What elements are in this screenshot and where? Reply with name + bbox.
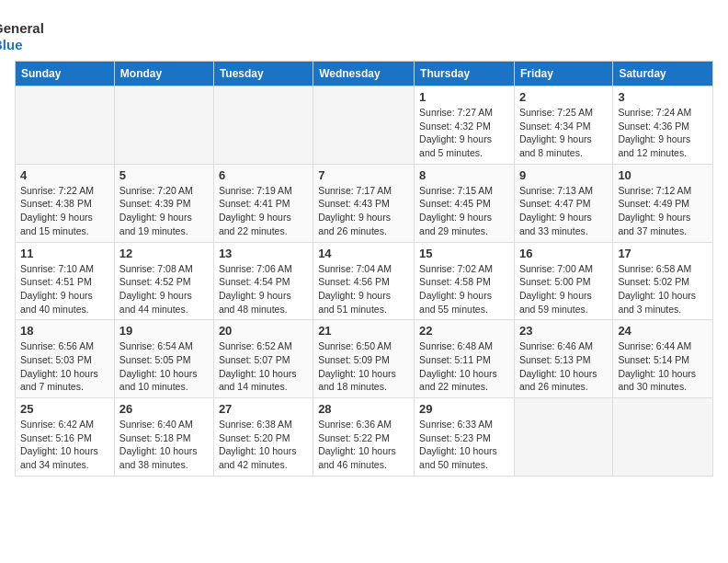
day-info: Sunrise: 7:22 AM Sunset: 4:38 PM Dayligh… [20, 184, 109, 238]
day-number: 13 [219, 247, 308, 260]
day-info: Sunrise: 6:54 AM Sunset: 5:05 PM Dayligh… [119, 339, 209, 394]
calendar-cell: 4Sunrise: 7:22 AM Sunset: 4:38 PM Daylig… [16, 164, 115, 242]
day-info: Sunrise: 7:25 AM Sunset: 4:34 PM Dayligh… [519, 106, 608, 160]
calendar-table: SundayMondayTuesdayWednesdayThursdayFrid… [15, 61, 713, 477]
day-info: Sunrise: 7:24 AM Sunset: 4:36 PM Dayligh… [618, 106, 708, 160]
day-info: Sunrise: 6:33 AM Sunset: 5:23 PM Dayligh… [419, 418, 509, 472]
day-number: 16 [519, 247, 608, 260]
logo-line2: Blue [0, 37, 44, 53]
calendar-cell [16, 86, 115, 165]
day-info: Sunrise: 6:36 AM Sunset: 5:22 PM Dayligh… [318, 418, 409, 472]
calendar-cell: 20Sunrise: 6:52 AM Sunset: 5:07 PM Dayli… [213, 320, 313, 398]
day-number: 4 [20, 168, 109, 182]
calendar-cell [613, 398, 713, 477]
calendar-cell: 16Sunrise: 7:00 AM Sunset: 5:00 PM Dayli… [514, 242, 612, 320]
day-number: 10 [618, 168, 708, 182]
calendar-cell: 11Sunrise: 7:10 AM Sunset: 4:51 PM Dayli… [16, 242, 115, 320]
day-number: 7 [318, 168, 409, 182]
day-number: 20 [219, 324, 308, 338]
calendar-cell: 22Sunrise: 6:48 AM Sunset: 5:11 PM Dayli… [415, 320, 515, 398]
day-number: 18 [20, 324, 109, 338]
calendar-cell: 25Sunrise: 6:42 AM Sunset: 5:16 PM Dayli… [16, 398, 115, 477]
day-number: 12 [119, 247, 209, 260]
day-info: Sunrise: 6:40 AM Sunset: 5:18 PM Dayligh… [119, 418, 209, 472]
day-info: Sunrise: 7:12 AM Sunset: 4:49 PM Dayligh… [618, 184, 708, 238]
calendar-header-row: SundayMondayTuesdayWednesdayThursdayFrid… [16, 62, 713, 86]
calendar-cell: 6Sunrise: 7:19 AM Sunset: 4:41 PM Daylig… [213, 164, 313, 242]
day-info: Sunrise: 6:42 AM Sunset: 5:16 PM Dayligh… [20, 418, 109, 472]
calendar-cell: 1Sunrise: 7:27 AM Sunset: 4:32 PM Daylig… [415, 86, 515, 165]
calendar-cell [514, 398, 612, 477]
day-info: Sunrise: 6:48 AM Sunset: 5:11 PM Dayligh… [419, 339, 509, 394]
calendar-week-2: 4Sunrise: 7:22 AM Sunset: 4:38 PM Daylig… [16, 164, 713, 242]
day-number: 23 [519, 324, 608, 338]
day-number: 26 [119, 402, 209, 416]
calendar-cell: 7Sunrise: 7:17 AM Sunset: 4:43 PM Daylig… [313, 164, 415, 242]
day-info: Sunrise: 7:19 AM Sunset: 4:41 PM Dayligh… [219, 184, 308, 238]
day-number: 21 [318, 324, 409, 338]
day-number: 19 [119, 324, 209, 338]
calendar-cell: 8Sunrise: 7:15 AM Sunset: 4:45 PM Daylig… [415, 164, 515, 242]
day-info: Sunrise: 7:15 AM Sunset: 4:45 PM Dayligh… [419, 184, 509, 238]
calendar-cell [213, 86, 313, 165]
day-info: Sunrise: 7:13 AM Sunset: 4:47 PM Dayligh… [519, 184, 608, 238]
day-number: 11 [20, 247, 109, 260]
day-info: Sunrise: 6:56 AM Sunset: 5:03 PM Dayligh… [20, 339, 109, 394]
day-number: 1 [419, 90, 509, 104]
column-header-saturday: Saturday [613, 62, 713, 86]
calendar-cell: 13Sunrise: 7:06 AM Sunset: 4:54 PM Dayli… [213, 242, 313, 320]
day-number: 3 [618, 90, 708, 104]
calendar-cell: 24Sunrise: 6:44 AM Sunset: 5:14 PM Dayli… [613, 320, 713, 398]
day-number: 17 [618, 247, 708, 260]
logo-line1: General [0, 20, 44, 37]
calendar-cell: 27Sunrise: 6:38 AM Sunset: 5:20 PM Dayli… [213, 398, 313, 477]
day-number: 22 [419, 324, 509, 338]
day-number: 6 [219, 168, 308, 182]
day-number: 8 [419, 168, 509, 182]
day-number: 28 [318, 402, 409, 416]
day-info: Sunrise: 6:50 AM Sunset: 5:09 PM Dayligh… [318, 339, 409, 394]
day-number: 29 [419, 402, 509, 416]
day-info: Sunrise: 7:08 AM Sunset: 4:52 PM Dayligh… [119, 262, 209, 316]
calendar-week-5: 25Sunrise: 6:42 AM Sunset: 5:16 PM Dayli… [16, 398, 713, 477]
calendar-cell: 3Sunrise: 7:24 AM Sunset: 4:36 PM Daylig… [613, 86, 713, 165]
calendar-cell: 18Sunrise: 6:56 AM Sunset: 5:03 PM Dayli… [16, 320, 115, 398]
calendar-cell: 12Sunrise: 7:08 AM Sunset: 4:52 PM Dayli… [114, 242, 213, 320]
calendar-cell: 21Sunrise: 6:50 AM Sunset: 5:09 PM Dayli… [313, 320, 415, 398]
day-info: Sunrise: 7:04 AM Sunset: 4:56 PM Dayligh… [318, 262, 409, 316]
logo: General Blue General Blue [15, 18, 44, 53]
day-number: 2 [519, 90, 608, 104]
calendar-cell: 9Sunrise: 7:13 AM Sunset: 4:47 PM Daylig… [514, 164, 612, 242]
day-info: Sunrise: 7:20 AM Sunset: 4:39 PM Dayligh… [119, 184, 209, 238]
calendar-week-3: 11Sunrise: 7:10 AM Sunset: 4:51 PM Dayli… [16, 242, 713, 320]
calendar-week-1: 1Sunrise: 7:27 AM Sunset: 4:32 PM Daylig… [16, 86, 713, 165]
calendar-cell: 15Sunrise: 7:02 AM Sunset: 4:58 PM Dayli… [415, 242, 515, 320]
day-info: Sunrise: 7:17 AM Sunset: 4:43 PM Dayligh… [318, 184, 409, 238]
day-number: 15 [419, 247, 509, 260]
column-header-friday: Friday [514, 62, 612, 86]
calendar-cell: 14Sunrise: 7:04 AM Sunset: 4:56 PM Dayli… [313, 242, 415, 320]
column-header-wednesday: Wednesday [313, 62, 415, 86]
day-info: Sunrise: 7:06 AM Sunset: 4:54 PM Dayligh… [219, 262, 308, 316]
day-info: Sunrise: 7:02 AM Sunset: 4:58 PM Dayligh… [419, 262, 509, 316]
column-header-tuesday: Tuesday [213, 62, 313, 86]
day-number: 9 [519, 168, 608, 182]
calendar-cell: 5Sunrise: 7:20 AM Sunset: 4:39 PM Daylig… [114, 164, 213, 242]
calendar-week-4: 18Sunrise: 6:56 AM Sunset: 5:03 PM Dayli… [16, 320, 713, 398]
day-info: Sunrise: 7:00 AM Sunset: 5:00 PM Dayligh… [519, 262, 608, 316]
column-header-sunday: Sunday [16, 62, 115, 86]
day-info: Sunrise: 6:38 AM Sunset: 5:20 PM Dayligh… [219, 418, 308, 472]
calendar-cell: 28Sunrise: 6:36 AM Sunset: 5:22 PM Dayli… [313, 398, 415, 477]
calendar-cell: 19Sunrise: 6:54 AM Sunset: 5:05 PM Dayli… [114, 320, 213, 398]
column-header-thursday: Thursday [415, 62, 515, 86]
calendar-cell: 26Sunrise: 6:40 AM Sunset: 5:18 PM Dayli… [114, 398, 213, 477]
day-number: 24 [618, 324, 708, 338]
column-header-monday: Monday [114, 62, 213, 86]
page-header: General Blue General Blue [15, 15, 713, 53]
day-info: Sunrise: 6:44 AM Sunset: 5:14 PM Dayligh… [618, 339, 708, 394]
calendar-cell [114, 86, 213, 165]
day-number: 25 [20, 402, 109, 416]
day-info: Sunrise: 6:46 AM Sunset: 5:13 PM Dayligh… [519, 339, 608, 394]
calendar-cell: 23Sunrise: 6:46 AM Sunset: 5:13 PM Dayli… [514, 320, 612, 398]
day-info: Sunrise: 6:52 AM Sunset: 5:07 PM Dayligh… [219, 339, 308, 394]
